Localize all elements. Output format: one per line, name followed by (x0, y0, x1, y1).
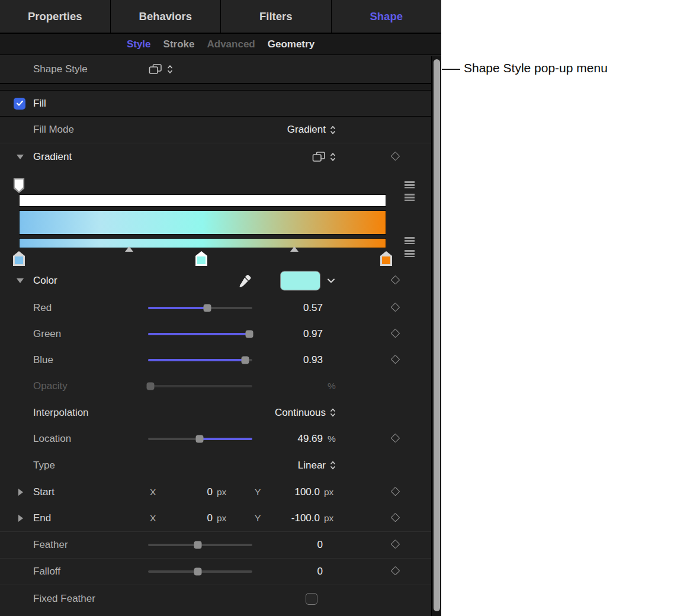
blue-value-field[interactable]: 0.93 (249, 354, 323, 366)
fill-mode-value: Gradient (287, 124, 326, 136)
subtab-advanced[interactable]: Advanced (207, 38, 255, 50)
gradient-color-stop[interactable] (13, 251, 25, 266)
opacity-stop-marker[interactable] (14, 178, 25, 193)
fill-mode-label: Fill Mode (33, 124, 74, 136)
end-y-unit: px (324, 513, 333, 524)
opacity-stop-fill (15, 179, 24, 191)
tab-filters[interactable]: Filters (221, 0, 332, 33)
red-value-field[interactable]: 0.57 (249, 302, 323, 314)
green-slider[interactable] (148, 321, 252, 347)
location-keyframe-button[interactable] (391, 434, 400, 443)
tab-properties[interactable]: Properties (0, 0, 111, 33)
callout-line (442, 69, 460, 70)
slider-fill (200, 438, 252, 440)
inspector-panel: Properties Behaviors Filters Shape Style… (0, 0, 441, 616)
shape-style-popup[interactable] (149, 63, 173, 75)
falloff-value-field[interactable]: 0 (249, 566, 323, 578)
interpolation-label: Interpolation (33, 407, 89, 419)
fixed-feather-row: Fixed Feather (0, 585, 441, 612)
start-x-field[interactable]: 0 (170, 486, 213, 498)
start-y-label: Y (255, 487, 261, 498)
end-x-field[interactable]: 0 (170, 512, 213, 524)
slider-thumb[interactable] (194, 541, 202, 549)
gradient-keyframe-button[interactable] (391, 152, 400, 161)
location-slider[interactable] (148, 426, 252, 452)
type-row: Type Linear (0, 452, 441, 479)
color-bar-tool-icon[interactable] (405, 237, 415, 244)
blue-slider[interactable] (148, 347, 252, 373)
subtab-geometry[interactable]: Geometry (268, 38, 314, 50)
color-swatch[interactable] (280, 271, 320, 291)
end-x-unit: px (217, 513, 226, 524)
color-keyframe-button[interactable] (391, 275, 400, 285)
tab-shape[interactable]: Shape (332, 0, 442, 33)
eyedropper-icon[interactable] (238, 274, 252, 288)
opacity-bar-tool-icon-2[interactable] (405, 194, 415, 201)
green-keyframe-button[interactable] (391, 329, 400, 338)
end-y-field[interactable]: -100.0 (264, 512, 320, 524)
fixed-feather-label: Fixed Feather (33, 593, 95, 605)
tab-shape-label: Shape (370, 10, 403, 23)
type-popup[interactable]: Linear (298, 460, 336, 471)
feather-value-field[interactable]: 0 (249, 539, 323, 551)
red-keyframe-button[interactable] (391, 303, 400, 312)
slider-fill (148, 307, 207, 309)
slider-thumb[interactable] (196, 435, 204, 443)
tab-behaviors[interactable]: Behaviors (111, 0, 222, 33)
green-value-field[interactable]: 0.97 (249, 328, 323, 340)
start-y-field[interactable]: 100.0 (264, 486, 320, 498)
color-bar-tool-icon-2[interactable] (405, 250, 415, 257)
green-row: Green 0.97 (0, 321, 441, 347)
slider-thumb[interactable] (194, 568, 202, 576)
slider-thumb[interactable] (241, 357, 249, 364)
color-stop-fill (197, 256, 206, 264)
gradient-preview-bar[interactable] (19, 210, 386, 235)
interpolation-popup[interactable]: Continuous (275, 407, 336, 419)
opacity-stops-layer (19, 178, 386, 194)
interpolation-value: Continuous (275, 407, 326, 419)
shape-subtabs: Style Stroke Advanced Geometry (0, 34, 441, 55)
fill-mode-row: Fill Mode Gradient (0, 117, 441, 143)
updown-chevrons-icon (330, 125, 336, 135)
end-x-label: X (150, 513, 156, 524)
fixed-feather-checkbox[interactable] (306, 593, 317, 605)
start-label: Start (33, 486, 54, 498)
opacity-bar-tool-icon[interactable] (405, 181, 415, 188)
gradient-opacity-bar[interactable] (19, 194, 386, 207)
start-y-unit: px (324, 487, 333, 498)
gradient-color-stop[interactable] (380, 251, 392, 266)
scrollbar[interactable] (431, 56, 441, 616)
start-disclosure-icon[interactable] (18, 489, 23, 496)
fill-checkbox[interactable] (14, 98, 25, 110)
gradient-preset-popup[interactable] (312, 152, 336, 163)
gradient-color-stop-selected[interactable] (195, 251, 207, 266)
feather-row: Feather 0 (0, 532, 441, 559)
feather-slider[interactable] (148, 532, 252, 558)
location-value-field[interactable]: 49.69 (249, 433, 323, 445)
color-stop-fill (15, 256, 23, 264)
chevron-down-icon[interactable] (327, 278, 335, 284)
end-disclosure-icon[interactable] (18, 515, 23, 522)
red-slider[interactable] (148, 295, 252, 321)
end-keyframe-button[interactable] (391, 513, 400, 522)
slider-thumb[interactable] (204, 304, 211, 312)
start-keyframe-button[interactable] (391, 486, 400, 496)
falloff-label: Falloff (33, 566, 60, 578)
falloff-slider[interactable] (148, 559, 252, 585)
opacity-row: Opacity % (0, 373, 441, 399)
color-disclosure-icon[interactable] (17, 278, 24, 283)
type-label: Type (33, 460, 55, 471)
fill-row: Fill (0, 91, 441, 117)
subtab-style[interactable]: Style (127, 38, 151, 50)
subtab-stroke[interactable]: Stroke (163, 38, 195, 50)
tab-behaviors-label: Behaviors (139, 10, 192, 23)
feather-keyframe-button[interactable] (391, 540, 400, 549)
falloff-keyframe-button[interactable] (391, 566, 400, 576)
blue-keyframe-button[interactable] (391, 355, 400, 364)
blue-row: Blue 0.93 (0, 347, 441, 373)
scrollbar-thumb[interactable] (434, 59, 440, 611)
gradient-disclosure-icon[interactable] (17, 155, 24, 159)
inspector-tabbar: Properties Behaviors Filters Shape (0, 0, 441, 34)
fill-mode-popup[interactable]: Gradient (287, 124, 336, 136)
callout-text: Shape Style pop-up menu (464, 61, 608, 75)
